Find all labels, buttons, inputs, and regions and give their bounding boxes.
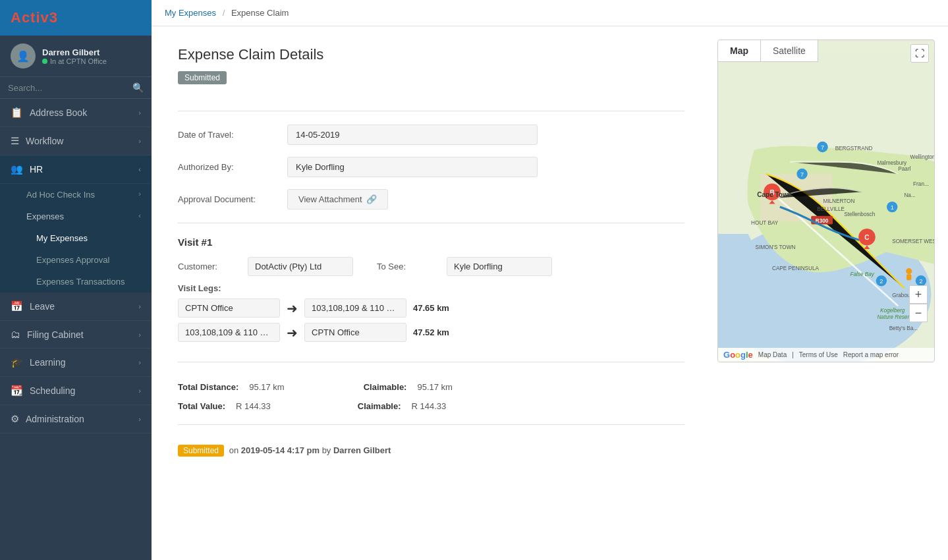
customer-value: DotActiv (Pty) Ltd xyxy=(248,257,353,276)
sidebar-item-label: Administration xyxy=(26,414,84,424)
total-distance-value: 95.17 km xyxy=(249,382,284,392)
map-visual: R300 B C xyxy=(718,40,934,362)
sidebar-item-address-book[interactable]: 📋 Address Book › xyxy=(0,99,152,127)
submitted-by: by xyxy=(322,445,331,455)
leg1-from: CPTN Office xyxy=(178,298,280,318)
breadcrumb-parent[interactable]: My Expenses xyxy=(165,8,216,18)
search-box[interactable]: 🔍 xyxy=(0,77,152,99)
logo[interactable]: Activ3 xyxy=(11,9,58,26)
chevron-icon: › xyxy=(138,109,141,117)
map-svg: R300 B C xyxy=(718,40,934,362)
administration-icon: ⚙ xyxy=(11,413,19,425)
search-input[interactable] xyxy=(8,83,132,93)
svg-text:SIMON'S TOWN: SIMON'S TOWN xyxy=(755,244,795,250)
map-tabs: Map Satellite xyxy=(718,40,818,62)
sidebar-item-filing-cabinet[interactable]: 🗂 Filing Cabinet › xyxy=(0,321,152,349)
svg-text:2: 2 xyxy=(919,278,922,285)
sidebar-item-leave[interactable]: 📅 Leave › xyxy=(0,293,152,321)
svg-text:CAPE PENINSULA: CAPE PENINSULA xyxy=(772,266,820,271)
claimable-value-value: R 144.33 xyxy=(412,401,447,411)
user-section: 👤 Darren Gilbert In at CPTN Office xyxy=(0,36,152,77)
chevron-icon: › xyxy=(138,137,141,145)
sidebar-item-workflow[interactable]: ☰ Workflow › xyxy=(0,127,152,155)
legs-label: Visit Legs: xyxy=(178,283,221,293)
svg-text:Betty's Ba...: Betty's Ba... xyxy=(889,325,918,331)
divider xyxy=(178,223,684,223)
sidebar-item-ad-hoc[interactable]: Ad Hoc Check Ins › xyxy=(0,184,152,206)
sidebar-item-label: Scheduling xyxy=(30,385,75,396)
svg-text:Wellington: Wellington xyxy=(910,154,934,160)
sidebar-item-my-expenses[interactable]: My Expenses xyxy=(0,227,152,249)
hr-submenu: Ad Hoc Check Ins › Expenses ‹ My Expense… xyxy=(0,184,152,293)
customer-row: Customer: DotActiv (Pty) Ltd To See: Kyl… xyxy=(178,257,684,276)
visit-title: Visit #1 xyxy=(178,237,684,248)
user-status: In at CPTN Office xyxy=(42,57,107,65)
report-link[interactable]: Report a map error xyxy=(843,351,899,358)
submitted-user: Darren Gilbert xyxy=(333,445,391,455)
sidebar: Activ3 👤 Darren Gilbert In at CPTN Offic… xyxy=(0,0,152,560)
view-attachment-button[interactable]: View Attachment 🔗 xyxy=(287,189,388,210)
authorized-by-label: Authorized By: xyxy=(178,157,277,172)
claimable-value-label: Claimable: xyxy=(358,401,401,411)
submitted-badge: Submitted xyxy=(178,445,224,457)
to-see-value: Kyle Dorfling xyxy=(447,257,552,276)
sidebar-item-learning[interactable]: 🎓 Learning › xyxy=(0,349,152,377)
map-data-link[interactable]: Map Data xyxy=(758,351,787,358)
divider xyxy=(178,424,684,425)
map-zoom-out[interactable]: − xyxy=(909,304,928,322)
claimable-distance-block: Claimable: 95.17 km xyxy=(364,382,453,392)
svg-point-11 xyxy=(906,268,912,274)
address-book-icon: 📋 xyxy=(11,107,23,119)
logo-prefix: Activ xyxy=(11,9,49,26)
approval-doc-row: Approval Document: View Attachment 🔗 xyxy=(178,189,684,210)
total-distance-block: Total Distance: 95.17 km xyxy=(178,382,285,392)
map-container: Map Satellite ⛶ xyxy=(717,40,935,362)
svg-text:BERGSTRAND: BERGSTRAND xyxy=(835,146,873,152)
breadcrumb-separator: / xyxy=(223,8,225,18)
leg1-arrow: ➜ xyxy=(287,300,298,316)
sidebar-item-expenses-approval[interactable]: Expenses Approval xyxy=(0,249,152,271)
chevron-icon: › xyxy=(138,190,141,198)
sidebar-item-expenses[interactable]: Expenses ‹ xyxy=(0,206,152,227)
chevron-icon: › xyxy=(138,302,141,310)
date-of-travel-label: Date of Travel: xyxy=(178,125,277,140)
sidebar-item-label: Filing Cabinet xyxy=(27,329,84,340)
total-value-block: Total Value: R 144.33 xyxy=(178,401,271,411)
sidebar-item-scheduling[interactable]: 📆 Scheduling › xyxy=(0,377,152,405)
submitted-line: Submitted on 2019-05-14 4:17 pm by Darre… xyxy=(178,445,684,457)
leg2-arrow: ➜ xyxy=(287,325,298,341)
content-area: Expense Claim Details Submitted Date of … xyxy=(152,26,948,560)
map-tab-map[interactable]: Map xyxy=(718,40,761,61)
search-icon: 🔍 xyxy=(132,82,144,93)
map-expand-button[interactable]: ⛶ xyxy=(910,44,929,63)
terms-link[interactable]: Terms of Use xyxy=(799,351,838,358)
map-tab-satellite[interactable]: Satellite xyxy=(761,40,818,61)
totals-section: Total Distance: 95.17 km Claimable: 95.1… xyxy=(178,382,684,411)
sidebar-item-hr[interactable]: 👥 HR ‹ xyxy=(0,155,152,184)
logo-accent: 3 xyxy=(49,9,58,26)
map-footer-sep: | xyxy=(792,351,794,358)
divider xyxy=(178,362,684,362)
svg-text:C: C xyxy=(864,234,869,241)
svg-text:Kogelberg: Kogelberg xyxy=(880,308,905,314)
sidebar-item-label: Leave xyxy=(30,301,55,312)
sidebar-header: Activ3 xyxy=(0,0,152,36)
authorized-by-row: Authorized By: Kyle Dorfling xyxy=(178,157,684,177)
my-expenses-label: My Expenses xyxy=(36,233,88,243)
breadcrumb: My Expenses / Expense Claim xyxy=(152,0,948,26)
map-zoom-in[interactable]: + xyxy=(909,285,928,304)
user-name: Darren Gilbert xyxy=(42,47,107,57)
value-row: Total Value: R 144.33 Claimable: R 144.3… xyxy=(178,401,684,411)
sidebar-item-administration[interactable]: ⚙ Administration › xyxy=(0,405,152,434)
leg-row-1: CPTN Office ➜ 103,108,109 & 110 Clock 47… xyxy=(178,298,684,318)
distance-row: Total Distance: 95.17 km Claimable: 95.1… xyxy=(178,382,684,392)
avatar: 👤 xyxy=(11,43,36,69)
sidebar-item-label: Address Book xyxy=(30,107,87,118)
svg-text:Na...: Na... xyxy=(904,192,915,198)
page-title: Expense Claim Details xyxy=(178,46,684,63)
status-dot xyxy=(42,59,47,64)
filing-cabinet-icon: 🗂 xyxy=(11,329,20,340)
svg-rect-12 xyxy=(906,274,911,280)
sidebar-item-expenses-transactions[interactable]: Expenses Transactions xyxy=(0,271,152,293)
svg-text:1: 1 xyxy=(891,204,894,211)
